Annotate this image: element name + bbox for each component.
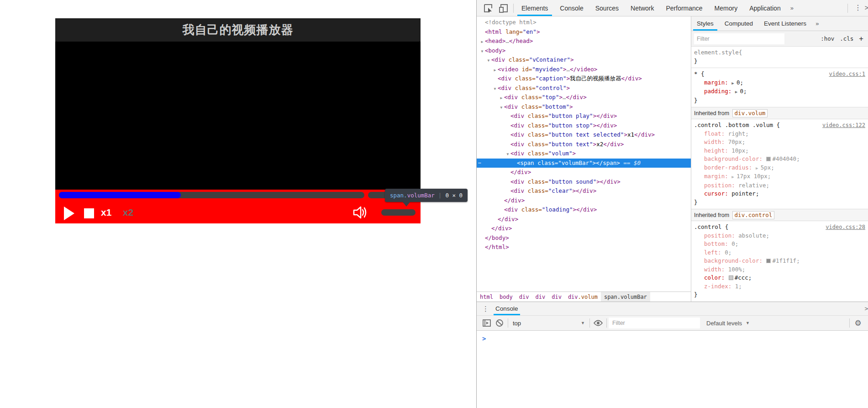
stylesheet-link[interactable]: video.css:1 <box>829 70 865 79</box>
stop-button[interactable] <box>84 208 94 218</box>
tree-row[interactable]: <div class="button text selected">x1</di… <box>477 130 691 140</box>
css-property-name[interactable]: position: <box>704 232 738 239</box>
new-style-rule-button[interactable]: + <box>859 34 863 43</box>
css-property[interactable]: border-radius: ▶ 5px; <box>694 164 865 173</box>
css-property-name[interactable]: border-radius: <box>704 164 756 171</box>
css-property-name[interactable]: width: <box>704 138 728 145</box>
css-property-name[interactable]: height: <box>704 147 731 154</box>
color-swatch[interactable] <box>729 276 733 280</box>
tab-application[interactable]: Application <box>743 0 787 16</box>
shorthand-expand-icon[interactable]: ▶ <box>735 90 740 94</box>
inherited-node-link[interactable]: div.volum <box>732 109 768 117</box>
color-swatch[interactable] <box>766 157 771 161</box>
breadcrumb-item-active[interactable]: span.volumBar <box>601 292 650 302</box>
css-selector[interactable]: .control .bottom .volum { <box>694 122 780 128</box>
tree-row[interactable]: <div class="button play"></div> <box>477 111 691 121</box>
tree-row[interactable]: <div class="button stop"></div> <box>477 121 691 131</box>
css-property[interactable]: padding: ▶ 0; <box>694 87 865 96</box>
css-property[interactable]: float: right; <box>694 130 865 138</box>
css-property-name[interactable]: bottom: <box>704 240 731 247</box>
expand-arrow-right-icon[interactable]: ▶ <box>499 94 504 103</box>
css-property-value[interactable]: 5px; <box>761 164 774 171</box>
tree-row[interactable]: ▼<div class="bottom"> <box>477 102 691 112</box>
css-property[interactable]: width: 70px; <box>694 138 865 147</box>
speed-x1-button[interactable]: x1 <box>101 207 111 218</box>
css-property-name[interactable]: padding: <box>704 88 735 95</box>
tree-row[interactable]: ▶<video id="myvideo">…</video> <box>477 65 691 74</box>
console-settings-gear-icon[interactable]: ⚙ <box>852 318 864 329</box>
css-property-name[interactable]: width: <box>704 266 728 273</box>
inherited-node-link[interactable]: div.control <box>732 211 775 219</box>
breadcrumb-item[interactable]: div.volum <box>565 292 601 302</box>
console-prompt-chevron[interactable]: > <box>482 335 486 342</box>
progress-track[interactable] <box>59 192 364 198</box>
tree-row[interactable]: ▼<body> <box>477 46 691 56</box>
eye-icon[interactable] <box>592 318 605 329</box>
tree-row[interactable]: ▼<div class="control"> <box>477 84 691 93</box>
tree-row[interactable]: </div> <box>477 215 691 224</box>
expand-arrow-down-icon[interactable]: ▼ <box>486 56 491 66</box>
tab-memory[interactable]: Memory <box>709 0 744 16</box>
tree-row[interactable]: </body> <box>477 233 691 243</box>
tree-row[interactable]: </div> <box>477 196 691 206</box>
css-property-value[interactable]: 70px; <box>728 138 746 145</box>
log-levels-select[interactable]: Default levels ▼ <box>706 320 750 327</box>
tree-row[interactable]: </div> <box>477 224 691 233</box>
tab-network[interactable]: Network <box>625 0 660 16</box>
frame-context-select[interactable]: top ▼ <box>510 320 588 327</box>
css-property-value[interactable]: 0; <box>740 88 747 95</box>
css-property-value[interactable]: 0; <box>736 79 743 86</box>
css-property-name[interactable]: margin: <box>704 173 731 180</box>
expand-arrow-down-icon[interactable]: ▼ <box>479 47 485 57</box>
devtools-menu-icon[interactable]: ⋮ <box>854 3 862 12</box>
tree-row-selected[interactable]: ⋯<span class="volumBar"></span> == $0 <box>477 159 691 168</box>
volume-bar[interactable] <box>381 209 416 216</box>
stylesheet-link[interactable]: video.css:122 <box>822 121 865 130</box>
breadcrumb-item[interactable]: div <box>548 292 565 302</box>
tab-performance[interactable]: Performance <box>660 0 708 16</box>
css-property[interactable]: left: 0; <box>694 249 865 257</box>
css-property[interactable]: bottom: 0; <box>694 240 865 249</box>
css-property-name[interactable]: left: <box>704 249 725 256</box>
css-property-name[interactable]: float: <box>704 130 728 137</box>
console-sidebar-icon[interactable] <box>480 318 493 329</box>
stylesheet-link[interactable]: video.css:28 <box>826 223 865 232</box>
speed-x2-button[interactable]: x2 <box>123 207 133 218</box>
css-property-name[interactable]: position: <box>704 182 738 189</box>
css-selector[interactable]: * { <box>694 70 705 77</box>
expand-arrow-right-icon[interactable]: ▶ <box>492 66 498 75</box>
tree-row[interactable]: <div class="button text">x2</div> <box>477 140 691 149</box>
tab-sources[interactable]: Sources <box>589 0 625 16</box>
css-property-value[interactable]: 10px; <box>731 147 749 154</box>
console-filter-input[interactable] <box>609 318 700 329</box>
video-surface[interactable] <box>55 42 421 190</box>
css-property-value[interactable]: 17px 10px; <box>736 173 771 180</box>
subtab-computed[interactable]: Computed <box>719 16 758 31</box>
tree-row[interactable]: <!doctype html> <box>477 18 691 27</box>
css-property-value[interactable]: #ccc; <box>735 274 752 281</box>
css-property-name[interactable]: margin: <box>704 79 731 86</box>
css-property[interactable]: background-color: #404040; <box>694 155 865 164</box>
inspect-element-icon[interactable] <box>480 2 496 14</box>
tree-row[interactable]: ▶<div class="top">…</div> <box>477 93 691 102</box>
css-property[interactable]: position: absolute; <box>694 232 865 240</box>
sound-icon[interactable] <box>352 205 369 220</box>
css-property[interactable]: color: #ccc; <box>694 274 865 282</box>
css-selector[interactable]: .control { <box>694 223 728 230</box>
css-property[interactable]: margin: ▶ 0; <box>694 79 865 88</box>
tree-row[interactable]: <div class="clear"></div> <box>477 186 691 196</box>
tab-console[interactable]: Console <box>554 0 589 16</box>
breadcrumb-item[interactable]: html <box>477 292 496 302</box>
shorthand-expand-icon[interactable]: ▶ <box>731 81 736 85</box>
breadcrumb-item[interactable]: div <box>532 292 549 302</box>
console-content[interactable]: > <box>477 331 868 408</box>
row-overflow-dots-icon[interactable]: ⋯ <box>478 159 482 168</box>
shorthand-expand-icon[interactable]: ▶ <box>756 166 761 170</box>
color-swatch[interactable] <box>766 259 771 263</box>
tree-row[interactable]: ▼<div class="volum"> <box>477 149 691 159</box>
tabs-overflow-icon[interactable]: » <box>787 5 797 11</box>
subtabs-overflow-icon[interactable]: » <box>812 16 822 31</box>
css-property-name[interactable]: color: <box>704 274 728 281</box>
styles-filter-input[interactable] <box>694 33 784 44</box>
tree-row[interactable]: <html lang="en"> <box>477 27 691 37</box>
